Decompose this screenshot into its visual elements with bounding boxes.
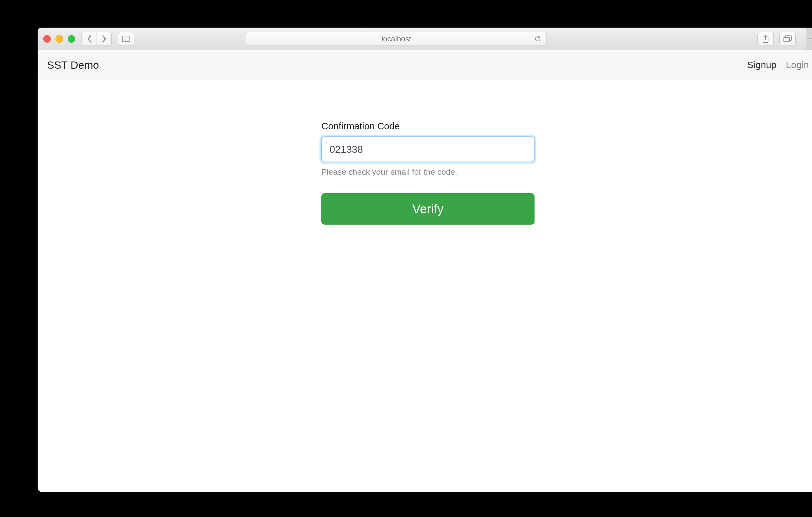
right-tools: + [757, 28, 812, 50]
svg-rect-2 [784, 37, 789, 42]
window-controls [43, 35, 75, 43]
share-button[interactable] [757, 32, 774, 46]
forward-button[interactable] [96, 32, 112, 46]
confirmation-code-label: Confirmation Code [321, 121, 534, 132]
confirmation-code-input[interactable] [321, 136, 534, 162]
help-text: Please check your email for the code. [321, 167, 534, 177]
safari-window: localhost + SST Demo Signup Login Confir… [38, 28, 812, 492]
url-text: localhost [381, 34, 411, 43]
plus-icon: + [809, 33, 812, 45]
confirmation-form: Confirmation Code Please check your emai… [321, 121, 534, 225]
app-header: SST Demo Signup Login [38, 50, 812, 80]
close-window-icon[interactable] [43, 35, 51, 43]
verify-button[interactable]: Verify [321, 193, 534, 225]
sidebar-icon [122, 36, 130, 42]
minimize-window-icon[interactable] [56, 35, 63, 43]
sidebar-toggle-button[interactable] [118, 32, 134, 46]
signup-link[interactable]: Signup [747, 60, 776, 70]
chevron-left-icon [87, 35, 92, 43]
nav-links: Signup Login [747, 60, 809, 70]
page-content: Confirmation Code Please check your emai… [38, 80, 812, 492]
browser-title-bar: localhost + [38, 28, 812, 50]
reload-icon [534, 35, 542, 43]
tabs-button[interactable] [779, 32, 796, 46]
nav-back-forward [82, 32, 112, 46]
svg-rect-0 [122, 36, 130, 42]
tabs-icon [783, 35, 792, 42]
chevron-right-icon [102, 35, 107, 43]
login-link[interactable]: Login [786, 60, 809, 70]
reload-button[interactable] [534, 35, 542, 43]
share-icon [762, 35, 769, 43]
new-tab-button[interactable]: + [806, 28, 812, 50]
back-button[interactable] [82, 32, 96, 46]
brand-title[interactable]: SST Demo [47, 59, 99, 71]
maximize-window-icon[interactable] [68, 35, 75, 43]
url-bar[interactable]: localhost [246, 32, 547, 46]
